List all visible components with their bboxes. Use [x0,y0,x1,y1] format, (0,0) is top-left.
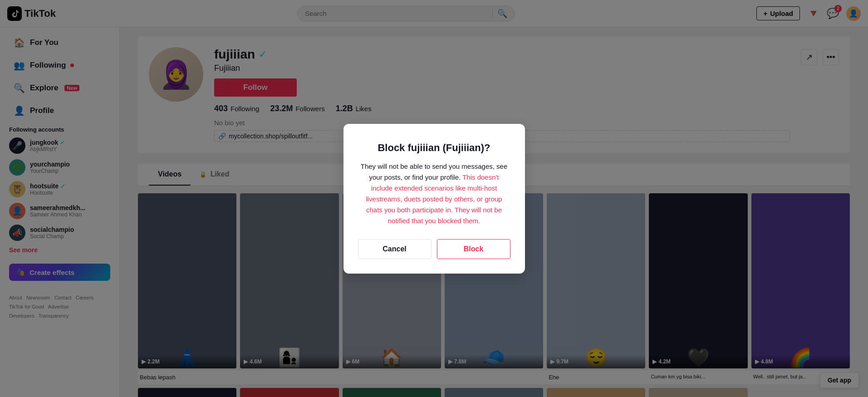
modal-block-button[interactable]: Block [437,239,510,259]
block-modal: Block fujiiian (Fujiiian)? They will not… [343,124,525,274]
modal-buttons: Cancel Block [358,239,510,259]
modal-body: They will not be able to send you messag… [358,161,510,226]
modal-cancel-button[interactable]: Cancel [358,239,432,259]
modal-title: Block fujiiian (Fujiiian)? [358,142,510,154]
modal-overlay[interactable]: Block fujiiian (Fujiiian)? They will not… [0,0,868,397]
